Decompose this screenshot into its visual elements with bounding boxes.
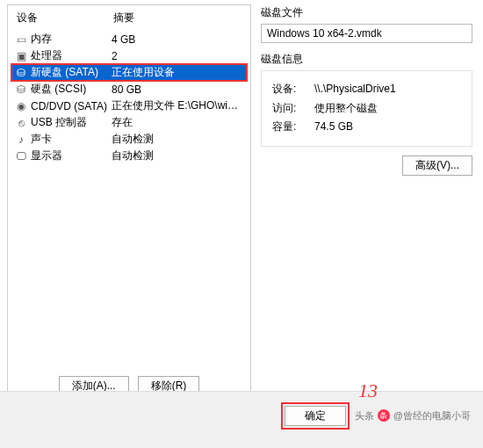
device-row[interactable]: ◉CD/DVD (SATA)正在使用文件 E:\GHO\win10\z...: [11, 98, 247, 114]
device-summary: 2: [112, 50, 243, 62]
device-row[interactable]: ▣处理器2: [11, 47, 247, 64]
device-summary: 80 GB: [112, 83, 243, 96]
device-list-header: 设备 摘要: [11, 9, 247, 31]
device-name: 硬盘 (SCSI): [31, 82, 86, 97]
annotation-number: 13: [358, 379, 378, 402]
device-list: 设备 摘要 ▭内存4 GB▣处理器2⛁新硬盘 (SATA)正在使用设备⛁硬盘 (…: [8, 5, 250, 386]
device-name: 处理器: [31, 48, 62, 63]
header-summary: 摘要: [113, 11, 242, 25]
sound-icon: ♪: [15, 134, 27, 145]
device-name: 声卡: [31, 132, 52, 147]
device-row[interactable]: ▭内存4 GB: [11, 31, 247, 47]
device-name: USB 控制器: [31, 115, 87, 130]
memory-icon: ▭: [15, 34, 27, 45]
device-summary: 正在使用设备: [112, 65, 243, 80]
ok-button[interactable]: 确定: [285, 406, 346, 426]
info-row: 设备:\\.\PhysicalDrive1: [272, 80, 461, 99]
disk-file-label: 磁盘文件: [261, 5, 472, 20]
advanced-button[interactable]: 高级(V)...: [402, 155, 472, 176]
device-row[interactable]: 🖵显示器自动检测: [11, 148, 247, 164]
disk-file-field[interactable]: Windows 10 x64-2.vmdk: [261, 24, 472, 43]
cpu-icon: ▣: [15, 51, 27, 61]
info-row: 访问:使用整个磁盘: [272, 99, 461, 119]
cd-icon: ◉: [15, 101, 27, 112]
header-device: 设备: [17, 11, 113, 25]
device-summary: 自动检测: [112, 132, 243, 147]
disk-info-label: 磁盘信息: [261, 52, 472, 67]
device-name: 新硬盘 (SATA): [31, 65, 98, 80]
disk-info-box: 设备:\\.\PhysicalDrive1访问:使用整个磁盘容量:74.5 GB: [261, 70, 472, 147]
info-row: 容量:74.5 GB: [272, 118, 461, 137]
device-summary: 存在: [112, 115, 243, 130]
display-icon: 🖵: [15, 151, 27, 162]
watermark-prefix: 头条: [355, 409, 374, 423]
info-key: 访问:: [272, 99, 314, 119]
device-summary: 4 GB: [112, 33, 243, 46]
disk-icon: ⛁: [15, 84, 27, 95]
disk-icon: ⛁: [15, 68, 27, 78]
device-summary: 正在使用文件 E:\GHO\win10\z...: [112, 98, 243, 113]
device-row[interactable]: ⎋USB 控制器存在: [11, 114, 247, 131]
watermark-user: @曾经的电脑小哥: [393, 409, 471, 423]
info-key: 容量:: [272, 118, 314, 137]
dialog-footer: 13 确定 头条 条 @曾经的电脑小哥: [0, 391, 483, 439]
info-value: \\.\PhysicalDrive1: [314, 80, 396, 99]
info-value: 使用整个磁盘: [314, 99, 378, 119]
usb-icon: ⎋: [15, 118, 27, 128]
device-name: 显示器: [31, 148, 62, 163]
device-row[interactable]: ⛁新硬盘 (SATA)正在使用设备: [11, 64, 247, 81]
info-value: 74.5 GB: [314, 118, 353, 137]
device-name: 内存: [31, 32, 52, 47]
device-name: CD/DVD (SATA): [31, 100, 107, 112]
device-summary: 自动检测: [112, 148, 243, 163]
details-panel: 磁盘文件 Windows 10 x64-2.vmdk 磁盘信息 设备:\\.\P…: [256, 0, 483, 391]
device-row[interactable]: ⛁硬盘 (SCSI)80 GB: [11, 81, 247, 98]
device-row[interactable]: ♪声卡自动检测: [11, 131, 247, 148]
info-key: 设备:: [272, 80, 314, 99]
watermark-icon: 条: [378, 409, 390, 422]
device-panel: 设备 摘要 ▭内存4 GB▣处理器2⛁新硬盘 (SATA)正在使用设备⛁硬盘 (…: [7, 4, 251, 387]
watermark: 头条 条 @曾经的电脑小哥: [355, 409, 471, 423]
